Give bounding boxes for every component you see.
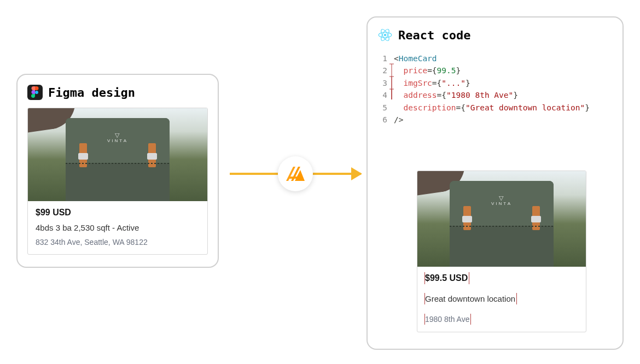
arrow-head-icon <box>351 167 362 180</box>
code-line-5: 5 description={"Great downtown location"… <box>377 102 617 114</box>
jsx-close: /> <box>394 115 403 124</box>
product-brand: ▽VINTA <box>491 195 512 206</box>
code-line-4: 4 address={"1980 8th Ave"} <box>377 89 617 101</box>
prop-price: price <box>403 66 427 75</box>
jsx-component-name: HomeCard <box>399 54 437 63</box>
react-panel: React code 1 <HomeCard 2 price={99.5} 3 … <box>366 16 624 350</box>
figma-panel-title: Figma design <box>48 86 135 99</box>
figma-card-address: 832 34th Ave, Seattle, WA 98122 <box>36 238 200 246</box>
figma-card-description: 4bds 3 ba 2,530 sqft - Active <box>36 223 200 232</box>
prop-imgsrc: imgSrc <box>403 79 432 87</box>
figma-card-body: $99 USD 4bds 3 ba 2,530 sqft - Active 83… <box>28 201 207 254</box>
svg-point-1 <box>384 34 387 37</box>
rendered-card-body: $99.5 USD Great downtown location 1980 8… <box>417 267 586 332</box>
code-line-1: 1 <HomeCard <box>377 52 617 64</box>
prop-address: address <box>403 91 437 99</box>
rendered-card: ▽VINTA $99.5 USD Great downtown location… <box>417 171 586 332</box>
code-block: 1 <HomeCard 2 price={99.5} 3 imgSrc={"..… <box>377 50 617 126</box>
code-line-2: 2 price={99.5} <box>377 64 617 77</box>
rendered-card-image: ▽VINTA <box>417 171 586 267</box>
amplify-icon <box>278 156 313 191</box>
rendered-address: 1980 8th Ave <box>425 315 469 324</box>
figma-card: ▽VINTA $99 USD 4bds 3 ba 2,530 sqft - Ac… <box>27 108 208 255</box>
prop-description-value: "Great downtown location" <box>466 103 585 112</box>
figma-panel-header: Figma design <box>27 85 208 100</box>
rendered-preview: ▽VINTA $99.5 USD Great downtown location… <box>417 171 586 332</box>
figma-icon <box>27 85 43 100</box>
figma-card-price: $99 USD <box>36 208 200 218</box>
figma-panel: Figma design ▽VINTA $99 USD 4bds 3 ba 2,… <box>16 74 219 268</box>
product-brand: ▽VINTA <box>107 132 128 143</box>
code-line-6: 6 /> <box>377 114 617 126</box>
prop-description: description <box>403 103 456 112</box>
rendered-description: Great downtown location <box>425 294 515 303</box>
figma-card-image: ▽VINTA <box>28 108 207 201</box>
prop-price-value: 99.5 <box>437 66 456 75</box>
react-icon <box>377 27 393 43</box>
react-panel-header: React code <box>377 27 617 43</box>
rendered-price: $99.5 USD <box>425 273 468 283</box>
code-line-3: 3 imgSrc={"..."} <box>377 77 617 89</box>
svg-point-0 <box>35 91 38 94</box>
transform-arrow <box>230 163 361 185</box>
prop-imgsrc-value: "..." <box>441 79 466 87</box>
react-panel-title: React code <box>398 28 470 42</box>
prop-address-value: "1980 8th Ave" <box>446 91 513 99</box>
